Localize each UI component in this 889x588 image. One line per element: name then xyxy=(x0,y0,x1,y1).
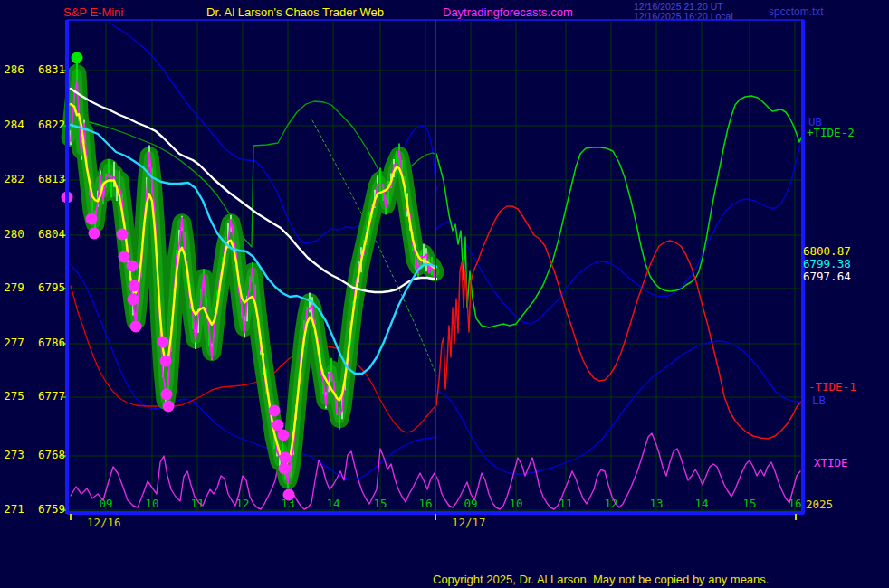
x-tick-label: 11 xyxy=(554,498,578,510)
chaos-trader-page: S&P E-Mini Dr. Al Larson's Chaos Trader … xyxy=(0,0,889,588)
x-tick-label: 15 xyxy=(738,498,761,510)
swing-low-dot xyxy=(158,337,169,348)
swing-low-dot xyxy=(129,280,140,292)
y-tick-label: 271 6759 xyxy=(0,503,65,516)
swing-low-dot xyxy=(86,213,98,225)
lower-band-forecast-line xyxy=(436,341,801,474)
y-tick-label: 273 6768 xyxy=(0,449,65,461)
x-tick-label: 10 xyxy=(140,498,164,510)
date-label: 12/16 xyxy=(87,517,121,529)
x-tick-label: 15 xyxy=(368,498,392,510)
x-tick-label: 14 xyxy=(690,498,713,510)
swing-low-dot xyxy=(280,452,292,464)
annotation-2025: 2025 xyxy=(806,498,833,511)
swing-low-dot xyxy=(127,261,139,272)
annotation-lb: LB xyxy=(812,394,826,407)
x-tick-label: 16 xyxy=(783,498,807,510)
y-tick-label: 286 6831 xyxy=(0,63,65,76)
swing-low-dot xyxy=(269,405,281,417)
date-label: 12/17 xyxy=(452,517,486,529)
y-tick-label: 280 6804 xyxy=(0,228,65,241)
x-tick-label: 09 xyxy=(459,498,483,510)
swing-low-dot xyxy=(278,430,290,441)
swing-low-dot xyxy=(163,401,175,413)
x-tick-label: 12 xyxy=(231,498,254,510)
swing-low-dot xyxy=(272,420,284,432)
x-tick-label: 10 xyxy=(504,498,528,510)
annotation--tide-2: +TIDE-2 xyxy=(807,127,855,139)
swing-low-dot xyxy=(119,251,130,263)
swing-low-dot xyxy=(160,356,172,367)
annotation-xtide: XTIDE xyxy=(814,457,848,469)
swing-low-dot xyxy=(161,389,173,401)
swing-high-dot xyxy=(72,52,83,64)
y-tick-label: 277 6786 xyxy=(0,337,65,349)
copyright-notice: Copyright 2025, Dr. Al Larson. May not b… xyxy=(433,573,769,586)
upper-band-forecast-line xyxy=(436,140,801,324)
swing-low-dot xyxy=(128,294,139,306)
x-tick-label: 12 xyxy=(599,498,623,510)
y-tick-label: 282 6813 xyxy=(0,173,65,185)
swing-low-dot xyxy=(130,321,142,333)
x-tick-label: 11 xyxy=(186,498,209,510)
annotation-6799-38: 6799.38 xyxy=(803,258,851,270)
swing-low-dot xyxy=(117,229,129,241)
y-tick-label: 275 6777 xyxy=(0,390,65,403)
x-tick-label: 14 xyxy=(321,498,345,510)
x-tick-label: 16 xyxy=(414,498,437,510)
minus-tide1-forecast-line xyxy=(436,206,801,439)
annotation-6797-64: 6797.64 xyxy=(803,270,851,283)
y-tick-label: 279 6795 xyxy=(0,281,65,294)
y-tick-label: 284 6822 xyxy=(0,119,65,131)
x-tick-label: 13 xyxy=(645,498,668,510)
swing-low-dot xyxy=(279,463,291,475)
x-tick-label: 13 xyxy=(276,498,300,510)
swing-low-dot xyxy=(89,228,100,240)
annotation-6800-87: 6800.87 xyxy=(803,245,851,258)
annotation--tide-1: -TIDE-1 xyxy=(808,381,856,394)
plus-tide2-forecast-line xyxy=(436,96,801,327)
x-tick-label: 09 xyxy=(94,498,118,510)
